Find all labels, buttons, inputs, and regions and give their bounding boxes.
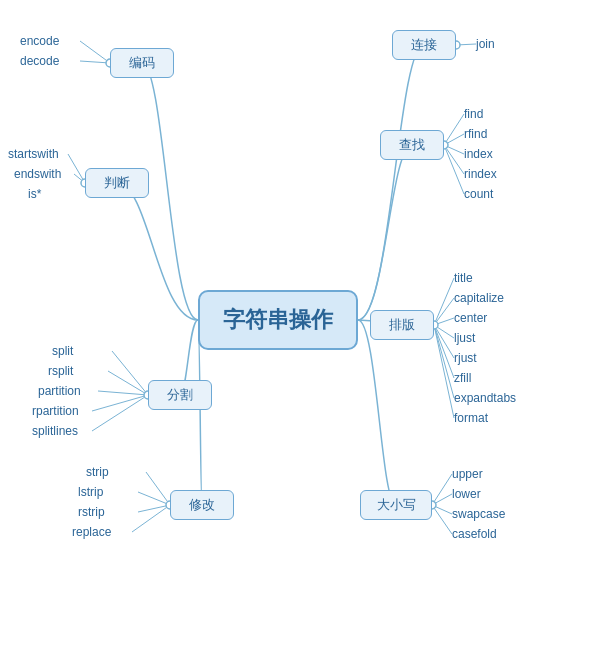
svg-line-9	[98, 391, 148, 395]
branch-node-modify: 修改	[170, 490, 234, 520]
leaf-layout-title: title	[454, 271, 473, 285]
leaf-layout-expandtabs: expandtabs	[454, 391, 516, 405]
leaf-find-index: index	[464, 147, 493, 161]
leaf-case-swapcase: swapcase	[452, 507, 505, 521]
svg-line-7	[112, 351, 148, 395]
leaf-layout-capitalize: capitalize	[454, 291, 504, 305]
branch-node-judge: 判断	[85, 168, 149, 198]
leaf-layout-format: format	[454, 411, 488, 425]
svg-line-8	[108, 371, 148, 395]
leaf-find-rfind: rfind	[464, 127, 487, 141]
branch-node-connect: 连接	[392, 30, 456, 60]
leaf-case-casefold: casefold	[452, 527, 497, 541]
svg-line-20	[444, 114, 464, 145]
leaf-judge-is*: is*	[28, 187, 41, 201]
svg-line-10	[92, 395, 148, 411]
branch-node-case: 大小写	[360, 490, 432, 520]
leaf-case-lower: lower	[452, 487, 481, 501]
branch-node-encode: 编码	[110, 48, 174, 78]
svg-line-35	[432, 474, 452, 505]
branch-node-layout: 排版	[370, 310, 434, 340]
svg-line-11	[92, 395, 148, 431]
svg-line-30	[434, 325, 454, 358]
leaf-find-find: find	[464, 107, 483, 121]
svg-line-0	[80, 41, 110, 63]
leaf-modify-strip: strip	[86, 465, 109, 479]
leaf-judge-startswith: startswith	[8, 147, 59, 161]
svg-line-3	[68, 154, 85, 183]
leaf-layout-center: center	[454, 311, 487, 325]
leaf-find-count: count	[464, 187, 493, 201]
leaf-find-rindex: rindex	[464, 167, 497, 181]
svg-line-33	[434, 325, 454, 418]
branch-node-split: 分割	[148, 380, 212, 410]
center-node: 字符串操作	[198, 290, 358, 350]
leaf-modify-lstrip: lstrip	[78, 485, 103, 499]
leaf-layout-zfill: zfill	[454, 371, 471, 385]
leaf-encode-encode: encode	[20, 34, 59, 48]
leaf-modify-replace: replace	[72, 525, 111, 539]
leaf-split-rsplit: rsplit	[48, 364, 73, 378]
leaf-split-splitlines: splitlines	[32, 424, 78, 438]
center-label: 字符串操作	[223, 305, 333, 335]
leaf-case-upper: upper	[452, 467, 483, 481]
leaf-layout-rjust: rjust	[454, 351, 477, 365]
leaf-split-partition: partition	[38, 384, 81, 398]
leaf-split-split: split	[52, 344, 73, 358]
branch-node-find: 查找	[380, 130, 444, 160]
leaf-modify-rstrip: rstrip	[78, 505, 105, 519]
leaf-layout-ljust: ljust	[454, 331, 475, 345]
leaf-judge-endswith: endswith	[14, 167, 61, 181]
leaf-connect-join: join	[476, 37, 495, 51]
leaf-encode-decode: decode	[20, 54, 59, 68]
leaf-split-rpartition: rpartition	[32, 404, 79, 418]
